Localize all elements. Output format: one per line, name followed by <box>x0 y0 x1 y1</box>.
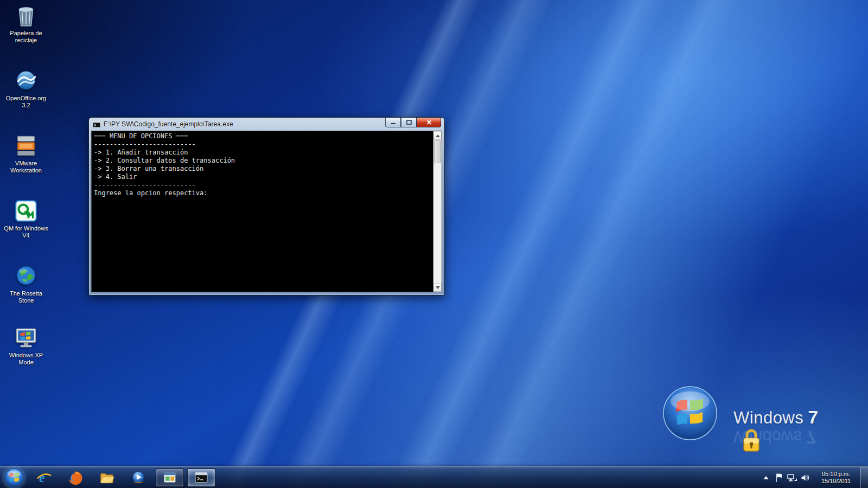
network-icon <box>787 473 797 482</box>
firefox-icon <box>68 470 83 485</box>
desktop-icon-qm[interactable]: QM for Windows V4 <box>3 198 49 239</box>
windows7-watermark: Windows7 Windows7 <box>656 382 852 464</box>
window-caption-buttons <box>385 118 441 127</box>
taskbar-media-player-button[interactable] <box>124 468 152 487</box>
scrollbar-up-arrow[interactable] <box>433 131 442 140</box>
desktop-icon-label: Windows XP Mode <box>3 352 49 366</box>
desktop-icon-xp-mode[interactable]: Windows XP Mode <box>3 325 49 366</box>
close-button[interactable] <box>417 118 441 127</box>
console-screen[interactable]: === MENU DE OPCIONES === ---------------… <box>92 131 433 292</box>
desktop-icon-label: OpenOffice.org 3.2 <box>3 95 49 109</box>
console-line: -> 1. Añadir transacción <box>94 149 432 157</box>
console-line: -------------------------- <box>94 140 432 149</box>
system-tray: 05:10 p.m. 15/10/2011 <box>760 467 868 488</box>
desktop-icon-openoffice[interactable]: OpenOffice.org 3.2 <box>3 68 49 109</box>
taskbar-internet-explorer-button[interactable]: e <box>30 468 58 487</box>
hidden-icons-arrow-icon <box>763 476 769 479</box>
network-status-button[interactable] <box>786 470 799 485</box>
console-line: === MENU DE OPCIONES === <box>94 132 432 140</box>
desktop-icon-label: QM for Windows V4 <box>3 225 49 239</box>
console-titlebar-icon <box>92 120 101 129</box>
windows-flag-orb-logo <box>662 385 718 441</box>
start-button[interactable] <box>0 467 28 488</box>
console-scrollbar <box>433 131 442 292</box>
vmware-icon <box>14 133 39 158</box>
clock-time: 05:10 p.m. <box>814 471 858 478</box>
taskbar-running-app-button[interactable] <box>156 468 184 487</box>
console-body: === MENU DE OPCIONES === ---------------… <box>91 131 442 292</box>
console-line: -> 3. Borrar una transacción <box>94 165 432 173</box>
windows-xp-mode-icon <box>14 325 39 350</box>
scrollbar-thumb[interactable] <box>434 140 441 163</box>
console-app-icon <box>194 470 209 485</box>
explorer-folder-icon <box>99 470 114 485</box>
openoffice-icon <box>14 68 39 93</box>
show-hidden-icons-button[interactable] <box>760 470 773 485</box>
minimize-button[interactable] <box>385 118 401 127</box>
taskbar-firefox-button[interactable] <box>61 468 90 487</box>
desktop-icon-recycle-bin[interactable]: Papelera de reciclaje <box>3 3 49 44</box>
taskbar-explorer-button[interactable] <box>93 468 121 487</box>
taskbar-console-app-button[interactable] <box>187 468 215 487</box>
console-line: -> 2. Consultar datos de transacción <box>94 157 432 165</box>
qm-icon <box>14 198 39 223</box>
windows7-wordmark: Windows7 <box>733 407 818 428</box>
desktop-surface[interactable]: Papelera de reciclaje OpenOffice.org 3.2… <box>0 0 868 488</box>
scrollbar-down-arrow[interactable] <box>433 283 442 292</box>
desktop-icon-label: The Rosetta Stone <box>3 290 49 304</box>
console-line: -------------------------- <box>94 181 432 189</box>
desktop-icon-rosetta[interactable]: The Rosetta Stone <box>3 264 49 304</box>
scrollbar-track[interactable] <box>433 164 442 283</box>
svg-text:e: e <box>39 470 44 484</box>
action-center-flag-icon <box>775 473 783 483</box>
clock-date: 15/10/2011 <box>814 478 858 485</box>
start-orb-icon <box>4 467 24 488</box>
windows-brand-text: Windows <box>733 408 803 427</box>
app-window-icon <box>162 470 177 485</box>
maximize-button[interactable] <box>401 118 417 127</box>
windows-edition-text: 7 <box>808 407 818 427</box>
media-player-icon <box>131 470 146 485</box>
desktop-icon-label: Papelera de reciclaje <box>3 30 49 44</box>
rosetta-stone-icon <box>14 264 39 288</box>
internet-explorer-icon: e <box>36 470 52 485</box>
console-prompt-line: Ingrese la opcion respectiva: <box>94 189 432 197</box>
show-desktop-button[interactable] <box>860 467 868 488</box>
desktop-icon-vmware[interactable]: VMware Workstation <box>3 133 49 174</box>
console-window: F:\PY SW\Codigo_fuente_ejemplo\Tarea.exe… <box>88 117 445 296</box>
window-title-bar[interactable]: F:\PY SW\Codigo_fuente_ejemplo\Tarea.exe <box>91 118 442 131</box>
taskbar: e 05:10 p.m. <box>0 466 868 488</box>
windows7-wordmark-reflection: Windows7 <box>733 427 816 448</box>
gold-padlock-icon <box>741 428 762 454</box>
taskbar-clock[interactable]: 05:10 p.m. 15/10/2011 <box>814 471 858 485</box>
recycle-bin-icon <box>14 3 39 28</box>
desktop-icon-label: VMware Workstation <box>3 160 49 174</box>
action-center-button[interactable] <box>773 470 786 485</box>
volume-icon <box>801 473 810 482</box>
volume-button[interactable] <box>799 470 812 485</box>
window-title: F:\PY SW\Codigo_fuente_ejemplo\Tarea.exe <box>104 120 233 128</box>
console-line: -> 4. Salir <box>94 173 432 181</box>
